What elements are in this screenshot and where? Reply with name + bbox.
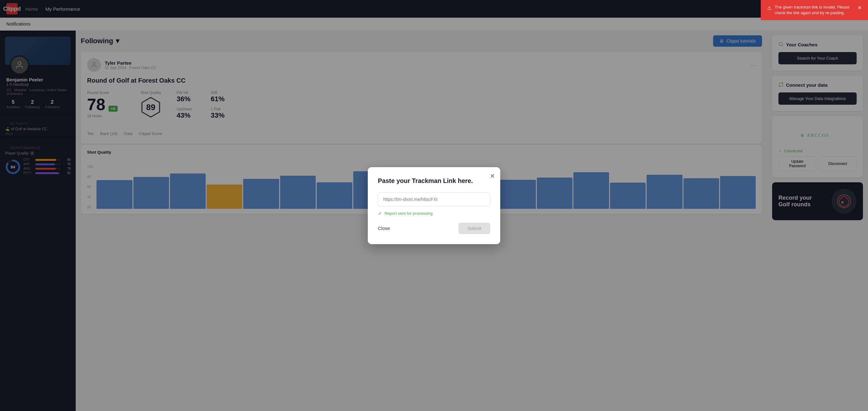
modal-close-icon[interactable]: ✕ xyxy=(490,172,495,180)
success-check-icon: ✓ xyxy=(378,211,382,216)
trackman-modal: ✕ Paste your Trackman Link here. ✓ Repor… xyxy=(368,167,500,244)
modal-success-message: ✓ Report sent for processing xyxy=(378,211,490,216)
modal-actions: Close Submit xyxy=(378,223,490,234)
error-toast: ⚠ The given trackman link is invalid. Pl… xyxy=(761,0,868,20)
toast-close-icon[interactable]: ✕ xyxy=(858,4,862,11)
modal-overlay: ✕ Paste your Trackman Link here. ✓ Repor… xyxy=(0,0,868,411)
modal-submit-button[interactable]: Submit xyxy=(459,223,490,234)
warning-icon: ⚠ xyxy=(767,5,772,12)
trackman-link-input[interactable] xyxy=(378,192,490,207)
modal-close-button[interactable]: Close xyxy=(378,223,390,233)
modal-title: Paste your Trackman Link here. xyxy=(378,177,490,185)
toast-message: The given trackman link is invalid. Plea… xyxy=(775,4,855,16)
